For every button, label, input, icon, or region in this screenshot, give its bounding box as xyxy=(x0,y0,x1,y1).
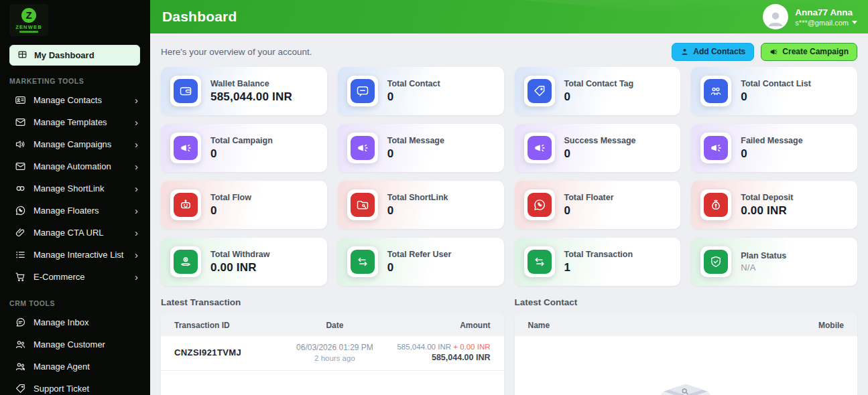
stat-icon-wrap xyxy=(170,246,201,277)
sidebar-item-my-dashboard[interactable]: My Dashboard xyxy=(9,45,140,66)
stat-label: Total Transaction xyxy=(564,250,633,259)
sidebar: Z ZENWEB My Dashboard MARKETING TOOLSMan… xyxy=(0,0,150,395)
table-header: Name Mobile xyxy=(515,314,858,336)
sidebar-item-label: Manage ShortLink xyxy=(34,183,127,193)
stat-label: Total Contact xyxy=(387,79,440,88)
sidebar-item-manage-customer[interactable]: Manage Customer xyxy=(0,333,150,356)
stat-value: 0 xyxy=(741,147,802,161)
speaker-icon xyxy=(15,139,26,150)
paperclip-icon xyxy=(15,227,26,238)
sidebar-item-manage-agent[interactable]: Manage Agent xyxy=(0,356,150,378)
stat-card-total-contact-tag: Total Contact Tag0 xyxy=(515,67,681,115)
whatsapp-icon xyxy=(15,205,26,216)
ticket-icon xyxy=(15,383,26,394)
sidebar-item-manage-shortlink[interactable]: Manage ShortLink› xyxy=(0,177,150,200)
sidebar-item-manage-inbox[interactable]: Manage Inbox xyxy=(0,311,150,333)
sidebar-item-support-ticket[interactable]: Support Ticket xyxy=(0,378,150,395)
table-row: CNZSI921TVMJ 06/03/2026 01:29 PM 2 hours… xyxy=(161,336,504,371)
user-menu[interactable]: Anna77 Anna s***@gmail.com xyxy=(763,4,857,29)
amount-added: + 0.00 INR xyxy=(453,343,490,351)
stat-card-failed-message: Failed Message0 xyxy=(691,124,857,172)
stat-label: Failed Message xyxy=(741,136,802,145)
transfer-icon xyxy=(528,250,552,274)
stat-label: Total Withdraw xyxy=(210,250,270,259)
stat-value: 0.00 INR xyxy=(210,261,270,274)
sidebar-item-manage-automation[interactable]: Manage Automation› xyxy=(0,155,150,177)
users-icon xyxy=(15,339,26,350)
latest-contact-panel: Latest Contact Name Mobile xyxy=(515,296,858,395)
stat-icon-wrap xyxy=(170,133,201,163)
sidebar-item-e-commerce[interactable]: E-Commerce› xyxy=(0,266,150,288)
add-contacts-button[interactable]: Add Contacts xyxy=(672,43,754,61)
stat-label: Total Flow xyxy=(210,193,251,202)
envelope-icon xyxy=(15,161,26,172)
chevron-right-icon: › xyxy=(135,250,138,260)
stat-label: Total Contact List xyxy=(741,79,811,88)
users-gear-icon xyxy=(15,361,26,372)
group-icon xyxy=(704,79,728,103)
stat-value: 0 xyxy=(564,204,614,218)
section-label-marketing-tools: MARKETING TOOLS xyxy=(9,77,141,85)
user-name: Anna77 Anna xyxy=(795,7,857,17)
stat-label: Total Campaign xyxy=(210,136,273,145)
money-bag-icon xyxy=(704,193,728,217)
transaction-date-relative: 2 hours ago xyxy=(278,354,391,362)
sidebar-item-label: Manage CTA URL xyxy=(34,228,127,238)
stat-card-total-message: Total Message0 xyxy=(338,124,504,172)
stat-card-total-refer-user: Total Refer User0 xyxy=(338,238,504,286)
chevron-right-icon: › xyxy=(135,183,138,193)
stat-card-total-flow: Total Flow0 xyxy=(161,181,327,229)
megaphone-icon xyxy=(528,136,552,160)
sidebar-item-label: Manage Templates xyxy=(34,117,127,127)
sidebar-item-label: Manage Inbox xyxy=(34,317,138,327)
avatar xyxy=(763,4,788,29)
sidebar-item-manage-floaters[interactable]: Manage Floaters› xyxy=(0,200,150,222)
empty-state xyxy=(515,336,858,395)
sidebar-item-manage-campaigns[interactable]: Manage Campaigns› xyxy=(0,133,150,155)
chevron-right-icon: › xyxy=(135,161,138,171)
whatsapp-icon xyxy=(528,193,552,217)
stat-card-success-message: Success Message0 xyxy=(515,124,681,172)
sidebar-item-label: My Dashboard xyxy=(34,50,95,60)
stat-icon-wrap xyxy=(524,76,555,106)
stat-icon-wrap xyxy=(347,246,378,277)
stat-card-total-shortlink: Total ShortLink0 xyxy=(338,181,504,229)
sidebar-item-label: Manage Campaigns xyxy=(34,139,127,149)
envelope-icon xyxy=(15,116,26,128)
section-label-crm-tools: CRM TOOLS xyxy=(9,299,141,307)
stat-value: 0 xyxy=(387,261,452,274)
stat-card-total-withdraw: Total Withdraw0.00 INR xyxy=(161,238,327,286)
stat-value: 1 xyxy=(564,261,633,274)
chevron-right-icon: › xyxy=(135,117,138,127)
brand-underline xyxy=(19,31,38,33)
robot-icon xyxy=(174,193,198,217)
empty-box-icon xyxy=(656,373,715,395)
brand-logo[interactable]: Z ZENWEB xyxy=(9,4,48,36)
stat-value: 0 xyxy=(387,204,448,218)
sidebar-item-label: Support Ticket xyxy=(34,384,138,394)
folder-link-icon xyxy=(351,193,375,217)
column-amount: Amount xyxy=(391,321,490,330)
stat-value: N/A xyxy=(741,262,786,272)
stat-label: Plan Status xyxy=(741,251,786,260)
sidebar-item-label: Manage Agent xyxy=(34,362,138,372)
stat-card-wallet-balance: Wallet Balance585,044.00 INR xyxy=(161,67,327,115)
transaction-amount-total: 585,044.00 INR xyxy=(391,353,490,362)
transaction-amount-detail: 585,044.00 INR + 0.00 INR xyxy=(391,343,490,351)
chevron-right-icon: › xyxy=(135,228,138,238)
latest-contact-title: Latest Contact xyxy=(515,297,858,307)
stat-icon-wrap xyxy=(170,76,201,106)
sidebar-item-manage-contacts[interactable]: Manage Contacts› xyxy=(0,89,150,111)
stat-value: 0 xyxy=(741,90,811,104)
stat-card-total-transaction: Total Transaction1 xyxy=(515,238,681,286)
stat-card-total-contact: Total Contact0 xyxy=(338,67,504,115)
sidebar-item-manage-interactive-list[interactable]: Manage Interactive List› xyxy=(0,244,150,266)
stat-card-total-floater: Total Floater0 xyxy=(515,181,681,229)
stat-icon-wrap xyxy=(700,189,731,220)
megaphone-icon xyxy=(174,136,198,160)
sidebar-item-manage-cta-url[interactable]: Manage CTA URL› xyxy=(0,222,150,244)
stat-label: Wallet Balance xyxy=(210,79,292,88)
create-campaign-button[interactable]: Create Campaign xyxy=(761,43,857,61)
stat-icon-wrap xyxy=(700,133,731,163)
sidebar-item-manage-templates[interactable]: Manage Templates› xyxy=(0,111,150,133)
